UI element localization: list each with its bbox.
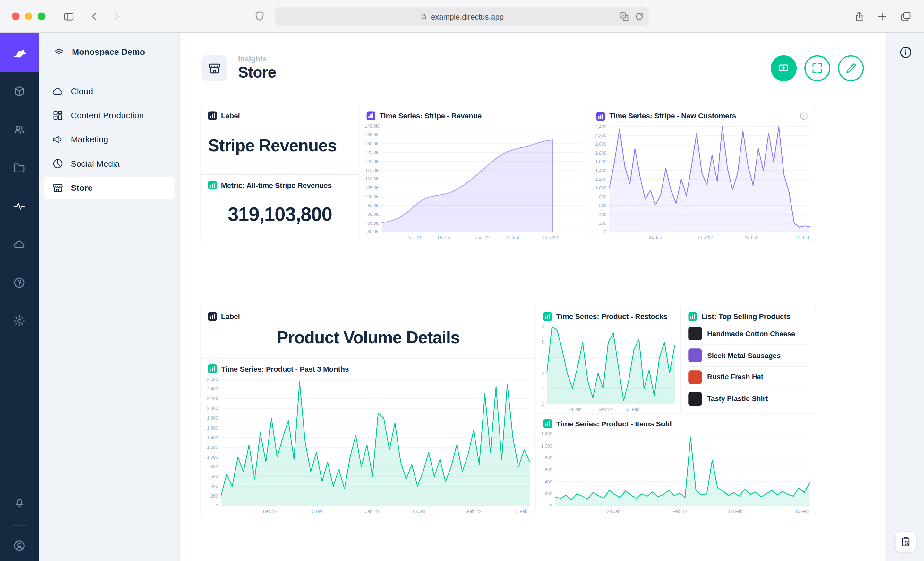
info-sidebar-button[interactable]	[898, 45, 912, 59]
rabbit-logo-icon	[9, 42, 29, 62]
folder-icon	[13, 161, 26, 174]
gear-icon	[13, 314, 26, 327]
svg-text:400: 400	[545, 480, 552, 485]
notifications-button[interactable]	[0, 482, 39, 520]
label-text: Stripe Revenues	[201, 121, 359, 174]
module-users-button[interactable]	[0, 110, 39, 148]
panel-product-restocks-chart: Time Series: Product - Restocks 65432124…	[536, 306, 681, 413]
list-item[interactable]: Rustic Fresh Hat	[688, 367, 808, 388]
storefront-icon	[52, 182, 64, 194]
user-avatar-button[interactable]	[0, 531, 39, 561]
fullscreen-button[interactable]	[804, 55, 830, 81]
svg-text:4: 4	[542, 355, 544, 360]
svg-text:3: 3	[542, 371, 544, 376]
svg-text:2,200: 2,200	[207, 396, 218, 401]
panel-type-icon	[688, 312, 697, 321]
module-help-button[interactable]	[0, 263, 39, 301]
svg-text:Feb '22: Feb '22	[698, 235, 713, 240]
dashboard-main: Insights Store	[180, 33, 886, 561]
sidebar-item-store[interactable]: Store	[44, 177, 174, 199]
svg-text:1,800: 1,800	[596, 151, 607, 156]
forward-button[interactable]	[108, 8, 125, 25]
svg-text:1: 1	[542, 402, 544, 407]
svg-text:0: 0	[550, 504, 552, 509]
share-icon	[854, 10, 865, 22]
module-settings-button[interactable]	[0, 301, 39, 340]
privacy-shield-icon	[254, 10, 266, 22]
list-item[interactable]: Handmade Cotton Cheese	[688, 323, 808, 345]
clipboard-clock-icon	[900, 536, 912, 548]
list-item[interactable]: Sleek Metal Sausages	[688, 345, 808, 367]
svg-text:2,000: 2,000	[207, 406, 218, 411]
svg-text:Jan '22: Jan '22	[475, 235, 489, 240]
panel-type-icon	[208, 312, 217, 321]
svg-text:800: 800	[599, 194, 606, 199]
sidebar-item-content-production[interactable]: Content Production	[44, 104, 174, 127]
panel-header-label: Time Series: Stripe - Revenue	[380, 112, 482, 120]
panel-type-icon	[366, 111, 375, 120]
svg-text:200: 200	[545, 491, 552, 496]
sidebar-item-social-media[interactable]: Social Media	[44, 153, 174, 175]
screen: example.directus.app A	[0, 0, 924, 561]
svg-text:90.0K: 90.0K	[368, 212, 379, 217]
panel-row-2: Label Product Volume Details Time Series…	[200, 305, 816, 515]
svg-text:1,600: 1,600	[207, 426, 218, 431]
panel-info-icon[interactable]	[799, 111, 808, 121]
product-thumbnail	[688, 370, 702, 384]
module-insights-button[interactable]	[0, 187, 39, 225]
sidebar-toggle-button[interactable]	[61, 8, 77, 25]
cloud-icon	[52, 85, 64, 97]
svg-text:140.0K: 140.0K	[365, 124, 379, 129]
address-bar[interactable]: example.directus.app A	[275, 7, 649, 26]
project-header[interactable]: Monospace Demo	[39, 33, 179, 71]
panel-type-icon	[543, 312, 552, 321]
svg-text:1,400: 1,400	[596, 168, 607, 173]
share-button[interactable]	[851, 8, 867, 25]
module-bar-divider	[12, 525, 27, 526]
zoom-button[interactable]	[771, 55, 796, 81]
svg-text:24 Jan: 24 Jan	[568, 407, 581, 412]
svg-text:1,800: 1,800	[207, 416, 218, 420]
back-button[interactable]	[86, 8, 102, 25]
list-item[interactable]: Tasty Plastic Shirt	[688, 388, 808, 409]
svg-text:Feb '22: Feb '22	[543, 235, 558, 240]
page-header: Insights Store	[201, 55, 276, 82]
panel-type-icon	[208, 111, 217, 120]
panel-label-product: Label Product Volume Details	[201, 306, 536, 358]
new-tab-button[interactable]	[874, 8, 890, 25]
panel-header-label: Time Series: Stripe - New Customers	[609, 112, 736, 120]
storefront-icon	[208, 61, 222, 75]
activity-log-button[interactable]	[895, 531, 916, 552]
panel-header-label: Time Series: Product - Items Sold	[556, 420, 672, 428]
megaphone-icon	[52, 134, 64, 145]
module-content-button[interactable]	[0, 72, 39, 110]
svg-text:6: 6	[542, 325, 544, 329]
svg-text:1,000: 1,000	[541, 444, 552, 449]
sidebar-item-cloud[interactable]: Cloud	[44, 80, 174, 103]
sidebar-item-label: Marketing	[70, 135, 108, 144]
svg-text:800: 800	[545, 456, 552, 460]
translate-icon[interactable]: A	[619, 12, 628, 21]
panel-type-icon	[543, 419, 552, 428]
panel-type-icon	[208, 365, 217, 374]
svg-text:2: 2	[542, 386, 544, 391]
svg-text:1,200: 1,200	[541, 431, 552, 436]
svg-text:A: A	[621, 13, 624, 18]
panel-header-label: List: Top Selling Products	[701, 312, 790, 320]
svg-text:15 Dec: 15 Dec	[437, 235, 452, 240]
directus-logo[interactable]	[0, 33, 39, 72]
sidebar-toggle-icon	[63, 10, 75, 22]
breadcrumb[interactable]: Insights	[238, 55, 276, 63]
svg-text:15 Feb: 15 Feb	[514, 509, 528, 514]
edit-dashboard-button[interactable]	[838, 55, 864, 81]
product-thumbnail	[688, 392, 702, 405]
reload-icon[interactable]	[634, 12, 644, 21]
module-files-button[interactable]	[0, 148, 39, 187]
window-close-button[interactable]	[12, 12, 20, 20]
tabs-overview-button[interactable]	[897, 8, 914, 25]
window-zoom-button[interactable]	[38, 12, 45, 20]
sidebar-item-marketing[interactable]: Marketing	[44, 128, 174, 151]
window-minimize-button[interactable]	[25, 12, 32, 20]
svg-text:Dec '21: Dec '21	[406, 235, 421, 240]
module-cloud-button[interactable]	[0, 225, 39, 263]
